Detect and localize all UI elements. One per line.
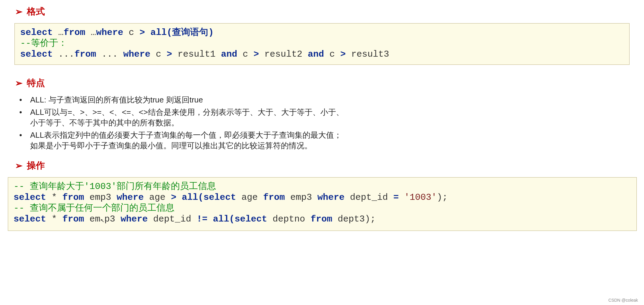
- section-title-text: 格式: [27, 5, 45, 18]
- code-comment: -- 查询不属于任何一个部门的员工信息: [14, 203, 631, 214]
- code-comment: -- 查询年龄大于'1003'部门所有年龄的员工信息: [14, 181, 631, 192]
- bullet-arrow-icon: ➢: [15, 79, 23, 88]
- list-item: ALL: 与子查询返回的所有值比较为true 则返回true: [19, 95, 350, 105]
- document-page: ➢ 格式 select …from …where c > all(查询语句) -…: [0, 0, 644, 305]
- list-item: ALL可以与=、>、>=、<、<=、<>结合是来使用，分别表示等于、大于、大于等…: [19, 107, 350, 128]
- feature-list: ALL: 与子查询返回的所有值比较为true 则返回true ALL可以与=、>…: [19, 95, 644, 151]
- section-title-text: 特点: [27, 77, 45, 89]
- section-header-operation: ➢ 操作: [15, 159, 644, 172]
- code-line: select * from em↖p3 where dept_id != all…: [14, 214, 631, 225]
- code-line: select ...from ... where c > result1 and…: [20, 49, 624, 60]
- list-item: ALL表示指定列中的值必须要大于子查询集的每一个值，即必须要大于子查询集的最大值…: [19, 130, 350, 151]
- bullet-arrow-icon: ➢: [15, 7, 23, 16]
- code-comment: --等价于：: [20, 38, 624, 49]
- watermark-text: CSDN @coleak: [608, 298, 638, 303]
- bullet-arrow-icon: ➢: [15, 161, 23, 170]
- section-header-features: ➢ 特点: [15, 77, 644, 89]
- code-block-operation: -- 查询年龄大于'1003'部门所有年龄的员工信息 select * from…: [8, 177, 637, 231]
- code-block-format: select …from …where c > all(查询语句) --等价于：…: [14, 23, 630, 65]
- section-title-text: 操作: [27, 159, 45, 172]
- code-line: select * from emp3 where age > all(selec…: [14, 192, 631, 203]
- cursor-icon: ↖: [100, 217, 104, 224]
- section-header-format: ➢ 格式: [15, 5, 644, 18]
- code-line: select …from …where c > all(查询语句): [20, 27, 624, 38]
